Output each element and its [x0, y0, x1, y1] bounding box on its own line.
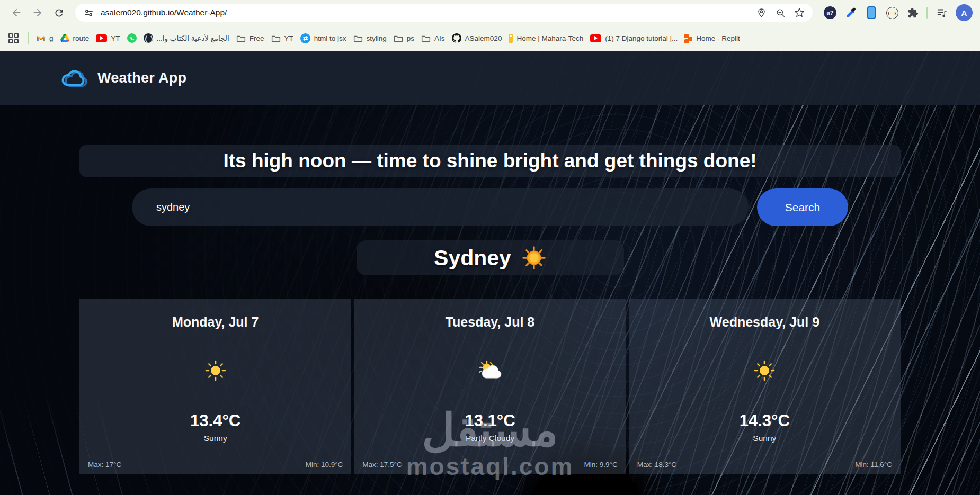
bookmark-replit[interactable]: Home - Replit	[684, 34, 740, 43]
address-bar[interactable]: asalem020.github.io/Weather-App/	[75, 4, 813, 22]
partly-cloudy-icon	[477, 360, 503, 381]
bookmark-youtube[interactable]: YT	[96, 34, 120, 42]
forecast-card: Monday, Jul 7 13.4°C	[79, 299, 351, 474]
drive-icon	[60, 34, 69, 42]
city-name: Sydney	[434, 246, 511, 271]
card-temperature: 13.4°C	[190, 411, 240, 430]
card-min-temp: Min: 10.9°C	[306, 461, 343, 469]
bookmark-star-icon[interactable]	[792, 6, 806, 20]
folder-icon	[236, 34, 246, 42]
bookmarks-separator	[28, 32, 29, 44]
card-temperature: 14.3°C	[740, 411, 790, 430]
location-pin-icon[interactable]	[754, 6, 768, 20]
whatsapp-icon	[127, 33, 137, 43]
sun-icon	[205, 360, 226, 381]
brand-title: Weather App	[97, 70, 186, 86]
card-day: Tuesday, Jul 8	[446, 314, 535, 330]
forward-icon[interactable]	[29, 4, 47, 22]
apps-grid-icon[interactable]	[8, 33, 19, 43]
folder-icon	[394, 34, 403, 42]
youtube-icon	[96, 34, 107, 42]
bookmark-folder-ps[interactable]: ps	[394, 34, 414, 42]
forecast-card: Tuesday, Jul 8 13.1°C Partly Cloudy	[354, 299, 626, 474]
card-min-temp: Min: 9.9°C	[584, 461, 617, 469]
swap-icon: ⇄	[300, 33, 310, 43]
city-search-input[interactable]	[132, 188, 749, 226]
card-condition: Sunny	[753, 434, 776, 443]
bookmark-folder-ais[interactable]: AIs	[421, 34, 445, 42]
bookmark-folder-yt[interactable]: YT	[271, 34, 293, 42]
weather-app-navbar: Weather App	[0, 51, 980, 105]
folder-icon	[421, 34, 431, 42]
hero-banner: Its high noon — time to shine bright and…	[79, 145, 901, 177]
profile-avatar[interactable]: A	[956, 4, 973, 21]
cloud-logo-icon	[59, 68, 89, 89]
card-condition: Partly Cloudy	[466, 434, 514, 443]
mahara-icon	[509, 34, 513, 43]
card-temperature: 13.1°C	[465, 411, 515, 430]
phone-extension-icon[interactable]	[865, 6, 878, 20]
globe-icon	[144, 33, 153, 43]
card-day: Monday, Jul 7	[172, 314, 259, 330]
extensions-cluster: a? {...} A	[820, 4, 973, 21]
bookmark-arabic-site[interactable]: الجامع لأدعية الكتاب وا...	[144, 33, 229, 43]
page-viewport: Weather App Its high noon — time to shin…	[0, 51, 980, 495]
braces-extension-icon[interactable]: {...}	[885, 6, 899, 20]
url-text: asalem020.github.io/Weather-App/	[101, 8, 227, 17]
bookmark-github[interactable]: ASalem020	[452, 33, 502, 43]
gmail-icon	[36, 34, 46, 42]
bookmark-gmail[interactable]: g	[36, 34, 54, 42]
bookmark-whatsapp[interactable]	[127, 33, 137, 43]
toolbar-separator	[926, 7, 928, 19]
bookmark-django-video[interactable]: (1) 7 Django tutorial |...	[590, 34, 678, 42]
forecast-card: Wednesday, Jul 9 14.3°C	[629, 299, 901, 474]
folder-icon	[271, 34, 281, 42]
hero-message: Its high noon — time to shine bright and…	[223, 150, 756, 172]
bookmark-mahara[interactable]: Home | Mahara-Tech	[509, 34, 583, 43]
bookmark-folder-styling[interactable]: styling	[353, 34, 387, 42]
card-max-temp: Max: 17.5°C	[362, 461, 402, 469]
browser-toolbar: asalem020.github.io/Weather-App/ a?	[0, 0, 980, 25]
bookmarks-bar: g route YT الجامع لأدعية الكتاب و	[0, 25, 980, 51]
folder-icon	[353, 34, 363, 42]
youtube-icon	[590, 34, 601, 42]
card-max-temp: Max: 18.3°C	[637, 461, 676, 469]
sun-icon	[754, 360, 775, 381]
back-icon[interactable]	[7, 4, 25, 22]
site-info-icon[interactable]	[82, 6, 95, 20]
bookmark-folder-free[interactable]: Free	[236, 34, 264, 42]
zoom-out-icon[interactable]	[773, 6, 787, 20]
card-max-temp: Max: 17°C	[88, 461, 121, 469]
search-row: Search	[132, 188, 848, 226]
answers-extension-icon[interactable]: a?	[823, 6, 837, 20]
browser-window: asalem020.github.io/Weather-App/ a?	[0, 0, 980, 495]
forecast-cards: Monday, Jul 7 13.4°C	[79, 299, 901, 474]
eyedropper-icon[interactable]	[844, 6, 858, 20]
card-day: Wednesday, Jul 9	[710, 314, 819, 330]
replit-icon	[684, 34, 692, 43]
sun-icon	[522, 246, 546, 270]
github-icon	[452, 33, 461, 43]
search-button[interactable]: Search	[757, 188, 848, 226]
card-condition: Sunny	[204, 434, 227, 443]
city-heading: Sydney	[357, 240, 624, 275]
extensions-puzzle-icon[interactable]	[906, 6, 920, 20]
bookmark-drive[interactable]: route	[60, 34, 90, 42]
card-min-temp: Min: 11.6°C	[855, 461, 892, 469]
playlist-icon[interactable]	[935, 6, 949, 20]
bookmark-html-to-jsx[interactable]: ⇄ html to jsx	[300, 33, 346, 43]
refresh-icon[interactable]	[50, 4, 68, 22]
